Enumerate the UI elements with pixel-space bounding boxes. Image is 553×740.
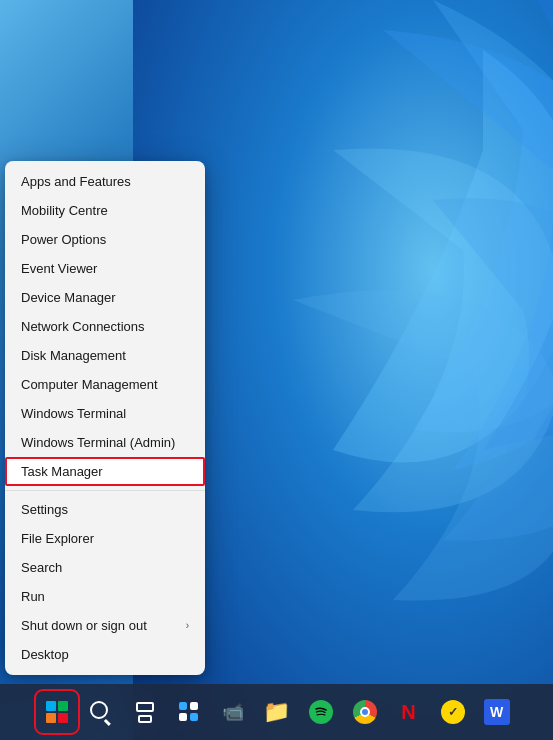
menu-item-label: Settings — [21, 502, 68, 517]
menu-item-label: Desktop — [21, 647, 69, 662]
start-button[interactable] — [37, 692, 77, 732]
menu-item-disk-management[interactable]: Disk Management — [5, 341, 205, 370]
menu-item-power-options[interactable]: Power Options — [5, 225, 205, 254]
menu-item-desktop[interactable]: Desktop — [5, 640, 205, 669]
word-button[interactable]: W — [477, 692, 517, 732]
menu-item-windows-terminal[interactable]: Windows Terminal — [5, 399, 205, 428]
submenu-arrow-icon: › — [186, 620, 189, 631]
menu-separator — [5, 490, 205, 491]
menu-item-computer-management[interactable]: Computer Management — [5, 370, 205, 399]
menu-item-label: Search — [21, 560, 62, 575]
menu-item-label: Network Connections — [21, 319, 145, 334]
spotify-button[interactable] — [301, 692, 341, 732]
windows-logo — [46, 701, 68, 723]
search-button[interactable] — [81, 692, 121, 732]
norton-icon: ✓ — [441, 700, 465, 724]
menu-item-label: Event Viewer — [21, 261, 97, 276]
teams-button[interactable]: 📹 — [213, 692, 253, 732]
spotify-icon — [309, 700, 333, 724]
taskview-button[interactable] — [125, 692, 165, 732]
teams-icon: 📹 — [222, 701, 244, 723]
chrome-icon — [353, 700, 377, 724]
widgets-button[interactable] — [169, 692, 209, 732]
menu-item-label: Shut down or sign out — [21, 618, 147, 633]
netflix-icon: N — [401, 701, 415, 724]
menu-item-label: Windows Terminal (Admin) — [21, 435, 175, 450]
menu-item-file-explorer[interactable]: File Explorer — [5, 524, 205, 553]
menu-item-label: Task Manager — [21, 464, 103, 479]
menu-item-event-viewer[interactable]: Event Viewer — [5, 254, 205, 283]
search-icon — [90, 701, 112, 723]
menu-item-label: Disk Management — [21, 348, 126, 363]
context-menu: Apps and FeaturesMobility CentrePower Op… — [5, 161, 205, 675]
desktop: Apps and FeaturesMobility CentrePower Op… — [0, 0, 553, 740]
menu-item-run[interactable]: Run — [5, 582, 205, 611]
menu-item-apps-and-features[interactable]: Apps and Features — [5, 167, 205, 196]
widgets-icon — [179, 702, 199, 722]
menu-item-mobility-centre[interactable]: Mobility Centre — [5, 196, 205, 225]
menu-item-label: Windows Terminal — [21, 406, 126, 421]
menu-item-label: Computer Management — [21, 377, 158, 392]
fileexplorer-icon: 📁 — [263, 699, 290, 725]
fileexplorer-button[interactable]: 📁 — [257, 692, 297, 732]
menu-item-task-manager[interactable]: Task Manager — [5, 457, 205, 486]
norton-button[interactable]: ✓ — [433, 692, 473, 732]
menu-item-label: Apps and Features — [21, 174, 131, 189]
menu-item-settings[interactable]: Settings — [5, 495, 205, 524]
menu-item-label: Mobility Centre — [21, 203, 108, 218]
menu-item-label: Run — [21, 589, 45, 604]
chrome-button[interactable] — [345, 692, 385, 732]
taskbar: 📹 📁 N ✓ — [0, 684, 553, 740]
menu-item-windows-terminal-admin[interactable]: Windows Terminal (Admin) — [5, 428, 205, 457]
menu-item-network-connections[interactable]: Network Connections — [5, 312, 205, 341]
word-icon: W — [484, 699, 510, 725]
menu-item-search[interactable]: Search — [5, 553, 205, 582]
menu-item-label: File Explorer — [21, 531, 94, 546]
menu-item-device-manager[interactable]: Device Manager — [5, 283, 205, 312]
taskview-icon — [136, 702, 154, 723]
menu-item-label: Device Manager — [21, 290, 116, 305]
menu-item-shut-down-or-sign-out[interactable]: Shut down or sign out› — [5, 611, 205, 640]
netflix-button[interactable]: N — [389, 692, 429, 732]
menu-item-label: Power Options — [21, 232, 106, 247]
